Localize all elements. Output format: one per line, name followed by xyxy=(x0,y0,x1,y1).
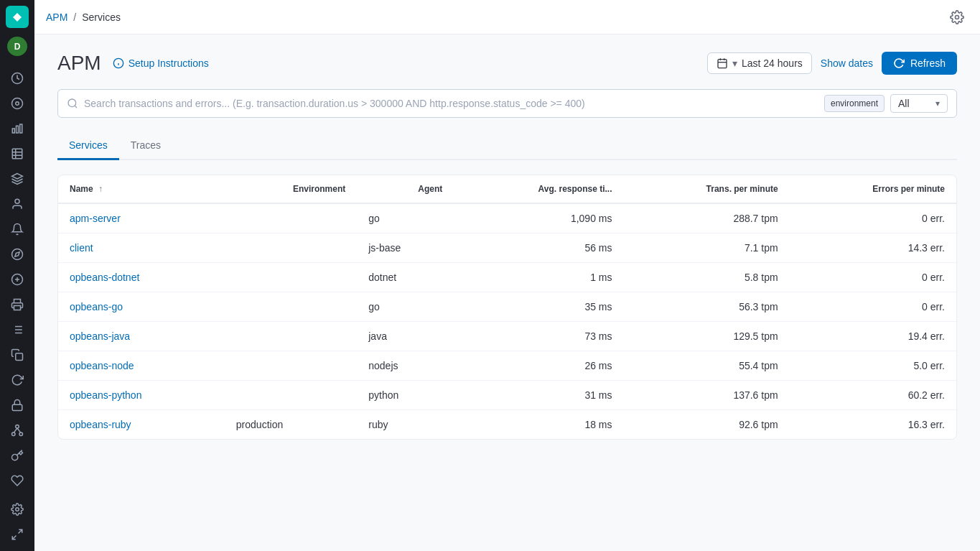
settings-gear-icon[interactable] xyxy=(6,498,29,520)
service-name-cell[interactable]: apm-server xyxy=(58,203,225,233)
avg-response-cell: 35 ms xyxy=(454,292,623,322)
avg-response-cell: 56 ms xyxy=(454,233,623,263)
svg-line-32 xyxy=(19,529,22,533)
show-dates-link[interactable]: Show dates xyxy=(821,57,873,69)
page-title: APM xyxy=(57,52,101,75)
date-range-picker[interactable]: ▾ Last 24 hours xyxy=(707,52,812,74)
avg-response-cell: 26 ms xyxy=(454,351,623,381)
main-content: APM Setup Instructions ▾ Last 24 hours S… xyxy=(34,34,980,551)
agent-cell: js-base xyxy=(357,233,454,263)
col-tpm[interactable]: Trans. per minute xyxy=(624,175,790,203)
environment-badge: environment xyxy=(824,95,885,112)
col-name[interactable]: Name ↑ xyxy=(58,175,225,203)
svg-rect-24 xyxy=(16,353,23,361)
table-row: opbeans-python python 31 ms 137.6 tpm 60… xyxy=(58,381,956,410)
col-epm[interactable]: Errors per minute xyxy=(790,175,956,203)
plus-circle-icon[interactable] xyxy=(6,269,29,291)
table-row: client js-base 56 ms 7.1 tpm 14.3 err. xyxy=(58,233,956,263)
person-icon[interactable] xyxy=(6,193,29,216)
chevron-down-icon: ▾ xyxy=(732,57,737,69)
integration-icon[interactable] xyxy=(6,420,29,442)
environment-dropdown[interactable]: All ▾ xyxy=(890,94,948,113)
table-icon[interactable] xyxy=(6,143,29,165)
tabs-container: Services Traces xyxy=(57,132,957,160)
services-table: Name ↑ Environment Agent Avg. response t… xyxy=(58,175,956,439)
lock-icon[interactable] xyxy=(6,394,29,417)
services-table-container: Name ↑ Environment Agent Avg. response t… xyxy=(57,175,957,440)
key-icon[interactable] xyxy=(6,445,29,467)
col-agent[interactable]: Agent xyxy=(357,175,454,203)
expand-icon[interactable] xyxy=(6,523,29,545)
app-logo[interactable] xyxy=(6,6,29,28)
nav-right xyxy=(946,6,969,29)
service-name-cell[interactable]: opbeans-java xyxy=(58,322,225,351)
calendar-icon xyxy=(717,57,728,69)
list-icon[interactable] xyxy=(6,319,29,341)
service-name-cell[interactable]: client xyxy=(58,233,225,263)
epm-cell: 14.3 err. xyxy=(790,233,956,263)
epm-cell: 19.4 err. xyxy=(790,322,956,351)
tpm-cell: 56.3 tpm xyxy=(624,292,790,322)
circle-dot-icon[interactable] xyxy=(6,93,29,115)
environment-value: All xyxy=(898,98,910,109)
epm-cell: 0 err. xyxy=(790,292,956,322)
breadcrumb: APM / Services xyxy=(46,11,121,23)
service-name-cell[interactable]: opbeans-python xyxy=(58,381,225,410)
copy-icon[interactable] xyxy=(6,344,29,366)
search-input[interactable] xyxy=(84,98,818,109)
table-row: opbeans-java java 73 ms 129.5 tpm 19.4 e… xyxy=(58,322,956,351)
svg-line-29 xyxy=(14,428,17,432)
chart-bar-icon[interactable] xyxy=(6,118,29,140)
svg-point-31 xyxy=(16,507,19,511)
col-environment[interactable]: Environment xyxy=(225,175,357,203)
svg-line-33 xyxy=(12,535,16,539)
tpm-cell: 129.5 tpm xyxy=(624,322,790,351)
tpm-cell: 92.6 tpm xyxy=(624,410,790,440)
tpm-cell: 7.1 tpm xyxy=(624,233,790,263)
col-avg-response[interactable]: Avg. response ti... xyxy=(454,175,623,203)
main-area: APM / Services APM Setup Instructions xyxy=(34,0,980,551)
header-controls: ▾ Last 24 hours Show dates Refresh xyxy=(707,52,957,75)
svg-rect-3 xyxy=(12,129,14,133)
avg-response-cell: 73 ms xyxy=(454,322,623,351)
agent-cell: nodejs xyxy=(357,351,454,381)
refresh-button[interactable]: Refresh xyxy=(882,52,957,75)
tab-services[interactable]: Services xyxy=(57,132,119,160)
agent-cell: dotnet xyxy=(357,263,454,292)
bell-icon[interactable] xyxy=(6,218,29,241)
setup-instructions-link[interactable]: Setup Instructions xyxy=(113,57,209,69)
agent-cell: python xyxy=(357,381,454,410)
svg-rect-6 xyxy=(12,149,22,159)
clock-icon[interactable] xyxy=(6,68,29,90)
breadcrumb-apm[interactable]: APM xyxy=(46,11,67,23)
svg-rect-25 xyxy=(12,405,22,411)
service-name-cell[interactable]: opbeans-ruby xyxy=(58,410,225,440)
tab-traces[interactable]: Traces xyxy=(119,132,172,160)
avg-response-cell: 1,090 ms xyxy=(454,203,623,233)
environment-cell xyxy=(225,351,357,381)
heart-icon[interactable] xyxy=(6,470,29,492)
agent-cell: ruby xyxy=(357,410,454,440)
printer-icon[interactable] xyxy=(6,294,29,316)
tpm-cell: 137.6 tpm xyxy=(624,381,790,410)
sort-asc-icon: ↑ xyxy=(98,184,103,194)
service-name-cell[interactable]: opbeans-go xyxy=(58,292,225,322)
time-range-label: Last 24 hours xyxy=(742,57,803,69)
refresh-circle-icon[interactable] xyxy=(6,369,29,392)
service-name-cell[interactable]: opbeans-dotnet xyxy=(58,263,225,292)
avg-response-cell: 18 ms xyxy=(454,410,623,440)
tpm-cell: 288.7 tpm xyxy=(624,203,790,233)
svg-rect-17 xyxy=(14,306,21,310)
table-row: opbeans-dotnet dotnet 1 ms 5.8 tpm 0 err… xyxy=(58,263,956,292)
svg-rect-38 xyxy=(718,60,727,68)
svg-rect-4 xyxy=(17,126,19,134)
service-name-cell[interactable]: opbeans-node xyxy=(58,351,225,381)
search-icon xyxy=(67,98,78,109)
user-avatar[interactable]: D xyxy=(7,37,27,56)
layers-icon[interactable] xyxy=(6,168,29,190)
breadcrumb-separator: / xyxy=(73,11,76,23)
compass-icon[interactable] xyxy=(6,244,29,266)
agent-cell: java xyxy=(357,322,454,351)
top-settings-icon[interactable] xyxy=(946,6,969,29)
svg-line-43 xyxy=(75,106,77,108)
